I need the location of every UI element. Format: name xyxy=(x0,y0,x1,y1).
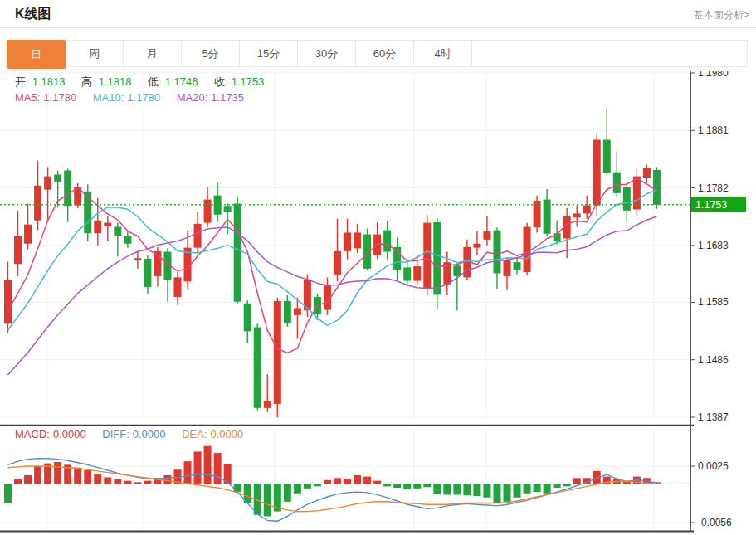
tab-bar-filler xyxy=(472,41,747,66)
ohlc-legend: 开:1.1813 高:1.1818 低:1.1746 收:1.1753 xyxy=(15,75,267,90)
svg-text:1.1486: 1.1486 xyxy=(698,354,729,366)
ma5-value: 1.1780 xyxy=(43,91,76,104)
kline-app: K线图 基本面分析> 日 周 月 5分 15分 30分 60分 4时 1.198… xyxy=(0,0,756,535)
tab-week[interactable]: 周 xyxy=(66,41,124,66)
svg-text:1.1980: 1.1980 xyxy=(698,71,729,79)
svg-text:1.1387: 1.1387 xyxy=(698,411,729,423)
diff-value: 0.0000 xyxy=(133,428,166,440)
tab-4hour[interactable]: 4时 xyxy=(414,41,472,66)
tab-30min[interactable]: 30分 xyxy=(298,41,356,66)
tab-60min[interactable]: 60分 xyxy=(356,41,414,66)
svg-text:1.1782: 1.1782 xyxy=(698,182,729,194)
close-value: 1.1753 xyxy=(232,75,265,88)
dea-label: DEA: xyxy=(182,428,207,440)
svg-text:1.1753: 1.1753 xyxy=(695,199,727,211)
ma10-value: 1.1780 xyxy=(127,91,160,104)
high-label: 高: xyxy=(81,75,95,88)
period-tab-bar: 日 周 月 5分 15分 30分 60分 4时 xyxy=(7,40,748,67)
tab-day[interactable]: 日 xyxy=(7,40,66,69)
svg-text:1.1881: 1.1881 xyxy=(698,124,729,136)
dea-value: 0.0000 xyxy=(211,428,244,440)
ma20-label: MA20: xyxy=(177,91,208,104)
open-value: 1.1813 xyxy=(32,75,66,88)
page-title: K线图 xyxy=(15,6,51,23)
tab-month[interactable]: 月 xyxy=(124,41,182,66)
macd-label: MACD: xyxy=(15,428,50,440)
macd-legend: MACD:0.0000 DIFF:0.0000 DEA:0.0000 xyxy=(15,428,246,440)
tab-5min[interactable]: 5分 xyxy=(182,41,240,66)
low-value: 1.1746 xyxy=(165,75,198,88)
low-label: 低: xyxy=(148,75,162,88)
header-divider xyxy=(0,27,756,28)
macd-value: 0.0000 xyxy=(53,428,86,440)
ma-legend: MA5:1.1780 MA10:1.1780 MA20:1.1735 xyxy=(15,91,247,104)
ma20-value: 1.1735 xyxy=(211,91,244,104)
ma5-label: MA5: xyxy=(15,91,40,104)
svg-text:-0.0056: -0.0056 xyxy=(698,517,732,528)
ma10-label: MA10: xyxy=(93,91,124,104)
diff-label: DIFF: xyxy=(102,428,129,440)
open-label: 开: xyxy=(15,75,29,88)
tab-15min[interactable]: 15分 xyxy=(240,41,298,66)
svg-text:1.1683: 1.1683 xyxy=(698,240,729,251)
fundamental-analysis-link[interactable]: 基本面分析> xyxy=(694,8,749,22)
close-label: 收: xyxy=(214,75,228,88)
svg-text:0.0025: 0.0025 xyxy=(698,460,729,472)
k-line-chart[interactable]: 1.19801.18811.17821.16831.15851.14861.13… xyxy=(0,71,756,535)
high-value: 1.1818 xyxy=(99,75,132,88)
svg-text:1.1585: 1.1585 xyxy=(698,296,729,308)
